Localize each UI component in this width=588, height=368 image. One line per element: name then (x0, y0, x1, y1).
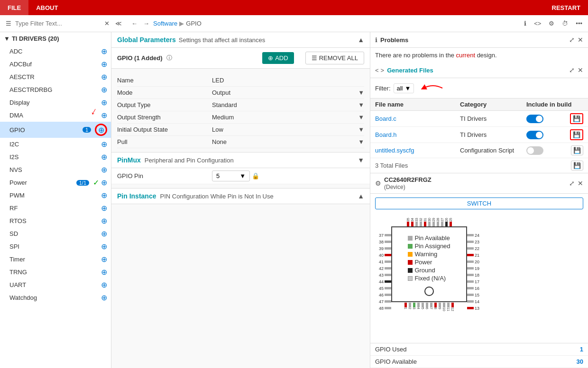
breadcrumb-software[interactable]: Software (153, 20, 177, 27)
remove-all-button[interactable]: ☰ REMOVE ALL (305, 52, 364, 64)
sidebar-item-nvs[interactable]: NVS ⊕ (0, 163, 111, 176)
gen-files-expand-icon[interactable]: ⤢ (569, 66, 575, 74)
gpio-available-label: GPIO Available (375, 358, 577, 365)
add-rtos-button[interactable]: ⊕ (101, 216, 107, 225)
total-save-button[interactable]: 💾 (571, 161, 583, 171)
pull-select[interactable]: None ▼ (212, 138, 364, 145)
forward-icon[interactable]: → (141, 19, 151, 28)
top-pins: 35 34 33 32 (406, 218, 452, 226)
add-watchdog-button[interactable]: ⊕ (101, 293, 107, 302)
add-aesctr-button[interactable]: ⊕ (101, 72, 107, 81)
sidebar-item-sd[interactable]: SD ⊕ (0, 227, 111, 240)
restart-button[interactable]: RESTART (544, 0, 588, 15)
add-aesctrdrbg-button[interactable]: ⊕ (101, 85, 107, 94)
save-boardh-button[interactable]: 💾 (570, 129, 583, 140)
gpio-pin-select-box[interactable]: 5 ▼ (212, 171, 250, 181)
add-spi-button[interactable]: ⊕ (101, 242, 107, 251)
name-input[interactable] (212, 77, 292, 84)
file-menu[interactable]: FILE (0, 0, 28, 15)
output-strength-value: Medium (212, 114, 234, 121)
sidebar-item-i2c[interactable]: I2C ⊕ (0, 138, 111, 151)
sidebar-item-dma[interactable]: DMA ↓ ⊕ (0, 109, 111, 122)
history-icon[interactable]: ⏱ (560, 19, 570, 28)
mode-select[interactable]: Output ▼ (212, 89, 364, 96)
info-icon[interactable]: ℹ (522, 19, 528, 28)
add-gpio-button[interactable]: ⊕ (98, 126, 104, 135)
right-pin-num-16: 16 (475, 286, 484, 291)
sidebar-item-timer[interactable]: Timer ⊕ (0, 253, 111, 266)
add-display-button[interactable]: ⊕ (101, 98, 107, 107)
sidebar-item-spi[interactable]: SPI ⊕ (0, 240, 111, 253)
sidebar-item-rf[interactable]: RF ⊕ (0, 202, 111, 215)
problems-expand-icon[interactable]: ⤢ (569, 36, 575, 44)
switch-button[interactable]: SWITCH (375, 197, 583, 209)
sidebar-item-adcbuf[interactable]: ADCBuf ⊕ (0, 58, 111, 71)
add-dma-button[interactable]: ⊕ (101, 111, 107, 120)
toggle-boardc[interactable] (526, 115, 543, 123)
toggle-syscfg[interactable] (526, 146, 543, 155)
global-params-toggle[interactable]: ▲ (358, 36, 364, 44)
gpio-pin-select[interactable]: 5 ▼ 🔒 (212, 171, 259, 181)
problems-close-icon[interactable]: ✕ (578, 36, 583, 44)
clear-filter-icon[interactable]: ✕ (102, 19, 111, 28)
device-expand-icon[interactable]: ⤢ (569, 180, 575, 187)
save-boardc-button[interactable]: 💾 (570, 113, 583, 124)
filter-input[interactable] (15, 20, 101, 27)
output-strength-select[interactable]: Medium ▼ (212, 114, 364, 121)
file-syscfg[interactable]: untitled.syscfg (375, 147, 460, 154)
sidebar-item-pwm[interactable]: PWM ⊕ (0, 189, 111, 202)
legend-dot-fixed (408, 276, 413, 281)
top-pin-bar-30 (428, 222, 431, 226)
bottom-pin-label-8: 8 (434, 307, 437, 309)
add-nvs-button[interactable]: ⊕ (101, 165, 107, 174)
gpio-help-icon[interactable]: ⓘ (166, 54, 172, 62)
add-pwm-button[interactable]: ⊕ (101, 191, 107, 200)
collapse-icon[interactable]: ≪ (113, 19, 124, 28)
about-menu[interactable]: ABOUT (28, 0, 65, 15)
output-type-select[interactable]: Standard ▼ (212, 101, 364, 108)
add-i2s-button[interactable]: ⊕ (101, 153, 107, 162)
right-pin-19: 19 (467, 265, 484, 271)
file-boardh[interactable]: Board.h (375, 131, 460, 138)
add-power-button[interactable]: ⊕ (101, 178, 107, 187)
sidebar-item-uart[interactable]: UART ⊕ (0, 278, 111, 291)
add-i2c-button[interactable]: ⊕ (101, 140, 107, 149)
sidebar-item-adc[interactable]: ADC ⊕ (0, 45, 111, 58)
back-icon[interactable]: ← (129, 19, 139, 28)
gpio-pin-arrow-icon: ▼ (239, 172, 246, 180)
initial-output-state-select[interactable]: Low ▼ (212, 126, 364, 133)
chip-legend: Pin Available Pin Assigned Warning (404, 233, 454, 284)
sidebar-item-power[interactable]: Power 1/1 ✓ ⊕ (0, 176, 111, 189)
toggle-boardh[interactable] (526, 131, 543, 139)
filter-dropdown[interactable]: all ▼ (394, 83, 414, 93)
right-pin-17: 17 (467, 278, 484, 285)
sidebar-item-label: Timer (9, 256, 101, 263)
pin-instance-toggle[interactable]: ▲ (358, 192, 364, 200)
sidebar-item-i2s[interactable]: I2S ⊕ (0, 151, 111, 163)
add-uart-button[interactable]: ⊕ (101, 280, 107, 289)
add-rf-button[interactable]: ⊕ (101, 204, 107, 213)
device-close-icon[interactable]: ✕ (578, 180, 583, 187)
add-sd-button[interactable]: ⊕ (101, 229, 107, 238)
file-boardc[interactable]: Board.c (375, 115, 460, 122)
gen-files-close-icon[interactable]: ✕ (578, 66, 583, 74)
sidebar-item-gpio[interactable]: GPIO 1 ⊕ (0, 122, 111, 138)
sidebar-item-aesctrdrbg[interactable]: AESCTRDRBG ⊕ (0, 83, 111, 96)
settings-icon[interactable]: ⚙ (547, 19, 556, 28)
pinmux-toggle[interactable]: ▼ (358, 156, 364, 164)
sidebar-item-watchdog[interactable]: Watchdog ⊕ (0, 291, 111, 304)
add-trng-button[interactable]: ⊕ (101, 268, 107, 277)
total-save-icon[interactable]: 💾 (571, 161, 583, 171)
save-syscfg-button[interactable]: 💾 (571, 145, 583, 155)
add-adcbuf-button[interactable]: ⊕ (101, 60, 107, 69)
more-icon[interactable]: ••• (574, 19, 584, 28)
code-icon[interactable]: <> (532, 19, 543, 28)
add-gpio-instance-button[interactable]: ⊕ ADD (262, 52, 294, 64)
sidebar-item-rtos[interactable]: RTOS ⊕ (0, 215, 111, 227)
add-adc-button[interactable]: ⊕ (101, 47, 107, 56)
right-pin-num-22: 22 (475, 246, 484, 251)
add-timer-button[interactable]: ⊕ (101, 255, 107, 264)
sidebar-item-aesctr[interactable]: AESCTR ⊕ (0, 71, 111, 83)
sidebar-item-label: GPIO (9, 126, 83, 134)
sidebar-item-trng[interactable]: TRNG ⊕ (0, 266, 111, 278)
